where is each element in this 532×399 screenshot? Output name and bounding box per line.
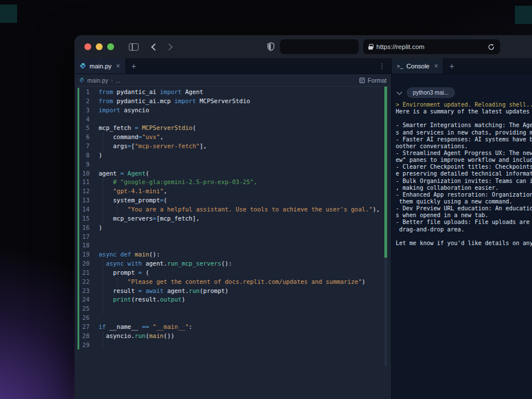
code-line[interactable]: 7 args=["mcp-server-fetch"], <box>75 142 391 151</box>
indent-guide <box>103 295 103 304</box>
tab-label: main.py <box>90 63 112 70</box>
python-icon <box>80 63 86 69</box>
console-output[interactable]: > Environment updated. Reloading shell..… <box>392 100 532 399</box>
code-line[interactable]: 18 <box>75 241 391 250</box>
code-line[interactable]: 20 async with agent.run_mcp_servers(): <box>75 259 391 268</box>
indent-guide <box>103 142 103 151</box>
code-line[interactable]: 1from pydantic_ai import Agent <box>75 88 391 97</box>
reload-icon[interactable] <box>488 43 495 51</box>
browser-chrome: https://replit.com <box>75 35 532 58</box>
code-line[interactable]: 16) <box>75 223 391 233</box>
new-tab-button[interactable]: + <box>126 58 142 74</box>
corner-artifact-right <box>515 6 532 24</box>
code-line[interactable]: 13 system_prompt=( <box>75 196 391 205</box>
code-line[interactable]: 26 <box>75 314 391 323</box>
code-line[interactable]: 22 "Please get the content of docs.repli… <box>75 278 391 287</box>
python-icon-small <box>79 78 84 83</box>
console-pane: >_ Console × + python3 mai... > Environm… <box>391 58 532 399</box>
indent-guide <box>117 278 117 287</box>
code-line[interactable]: 29 <box>75 341 391 350</box>
indent-guide <box>117 205 117 214</box>
editor-tabstrip: main.py × + ⋮ <box>75 58 391 74</box>
code-line[interactable]: 4 <box>75 115 391 124</box>
run-command-pill[interactable]: python3 mai... <box>407 87 455 98</box>
forward-icon[interactable] <box>165 43 173 51</box>
zoom-window-button[interactable] <box>107 43 114 50</box>
console-line: - Better file uploads: File uploads are <box>396 219 532 226</box>
close-window-button[interactable] <box>84 43 91 50</box>
traffic-lights <box>84 43 114 50</box>
tab-label: Console <box>407 63 429 70</box>
back-icon[interactable] <box>151 43 159 51</box>
corner-artifact-left <box>0 5 17 23</box>
console-run-bar: python3 mai... <box>392 74 532 100</box>
console-line: > Environment updated. Reloading shell..… <box>396 101 532 108</box>
code-line[interactable]: 9 <box>75 160 391 169</box>
code-line[interactable]: 19async def main(): <box>75 250 391 259</box>
indent-guide <box>103 178 103 187</box>
editor-pane: main.py × + ⋮ main.py › ... <box>75 58 391 399</box>
format-button[interactable]: Format <box>359 77 387 84</box>
breadcrumb: main.py › ... Format <box>75 74 391 87</box>
breadcrumb-separator: › <box>111 78 113 83</box>
indent-guide <box>103 268 103 278</box>
code-editor[interactable]: 1from pydantic_ai import Agent2from pyda… <box>75 87 391 399</box>
code-line[interactable]: 28 asyncio.run(main()) <box>75 332 391 341</box>
code-line[interactable]: 5mcp_fetch = MCPServerStdio( <box>75 124 391 133</box>
indent-guide <box>103 332 103 341</box>
close-tab-icon[interactable]: × <box>116 63 120 70</box>
close-tab-icon[interactable]: × <box>434 63 438 70</box>
code-line[interactable]: 25 <box>75 304 391 314</box>
code-line[interactable]: 10agent = Agent( <box>75 169 391 178</box>
breadcrumb-rest[interactable]: ... <box>116 77 121 84</box>
code-line[interactable]: 12 "gpt-4.1-mini", <box>75 187 391 196</box>
indent-guide <box>103 259 103 268</box>
console-line: Here is a summary of the latest updates <box>396 108 532 115</box>
console-tabstrip: >_ Console × + <box>392 58 532 74</box>
url-bar[interactable]: https://replit.com <box>363 39 500 54</box>
code-line[interactable]: 6 command="uvx", <box>75 133 391 142</box>
console-line: s and services in new chats, providing m <box>396 129 532 136</box>
code-lines: 1from pydantic_ai import Agent2from pyda… <box>75 88 391 349</box>
shield-icon[interactable] <box>266 42 275 52</box>
console-line <box>396 233 532 240</box>
code-line[interactable]: 2from pydantic_ai.mcp import MCPServerSt… <box>75 97 391 106</box>
code-line[interactable]: 14 "You are a helpful assistant. Use too… <box>75 205 391 214</box>
code-line[interactable]: 27if __name__ == "__main__": <box>75 323 391 332</box>
url-bar-segment[interactable] <box>280 39 359 54</box>
scrollbar-diff-marker <box>384 87 387 258</box>
code-line[interactable]: 23 result = await agent.run(prompt) <box>75 287 391 296</box>
console-line <box>396 115 532 122</box>
code-line[interactable]: 3import asyncio <box>75 106 391 115</box>
chevron-down-icon[interactable] <box>397 89 403 95</box>
new-console-tab-button[interactable]: + <box>444 58 460 74</box>
console-line: - Clearer Checkpoint titles: Checkpoints <box>396 164 532 170</box>
console-line: - Streamlined Agent Progress UX: The new <box>396 150 532 157</box>
indent-guide <box>103 196 103 205</box>
indent-guide <box>103 278 103 287</box>
code-line[interactable]: 15 mcp_servers=[mcp_fetch], <box>75 214 391 223</box>
editor-scrollbar[interactable] <box>384 258 387 366</box>
code-line[interactable]: 24 print(result.output) <box>75 295 391 304</box>
terminal-icon: >_ <box>397 63 403 69</box>
console-line: e preserving detailed technical informat <box>396 170 532 177</box>
tab-console[interactable]: >_ Console × <box>392 58 444 74</box>
sidebar-toggle-icon[interactable] <box>129 43 139 51</box>
console-line: - Enhanced App restoration: Organization <box>396 192 532 198</box>
lock-icon <box>368 46 373 50</box>
code-line[interactable]: 21 prompt = ( <box>75 268 391 278</box>
console-line: Let me know if you'd like details on any <box>396 240 532 247</box>
code-line[interactable]: 8) <box>75 151 391 160</box>
minimize-window-button[interactable] <box>96 43 103 50</box>
code-line[interactable]: 11 # "google-gla:gemini-2.5-pro-exp-03-2… <box>75 178 391 187</box>
indent-guide <box>103 214 103 223</box>
browser-window: https://replit.com m <box>75 35 532 399</box>
console-line: drag-and-drop area. <box>396 226 532 233</box>
editor-overflow-menu-icon[interactable]: ⋮ <box>373 58 391 74</box>
console-line: ew" panes to improve workflow and includ <box>396 157 532 164</box>
breadcrumb-file[interactable]: main.py <box>87 77 108 84</box>
tab-main-py[interactable]: main.py × <box>75 58 126 74</box>
indent-guide <box>103 304 103 314</box>
code-line[interactable]: 17 <box>75 233 391 242</box>
console-line: - Dev Preview URL education: An educatio <box>396 205 532 212</box>
